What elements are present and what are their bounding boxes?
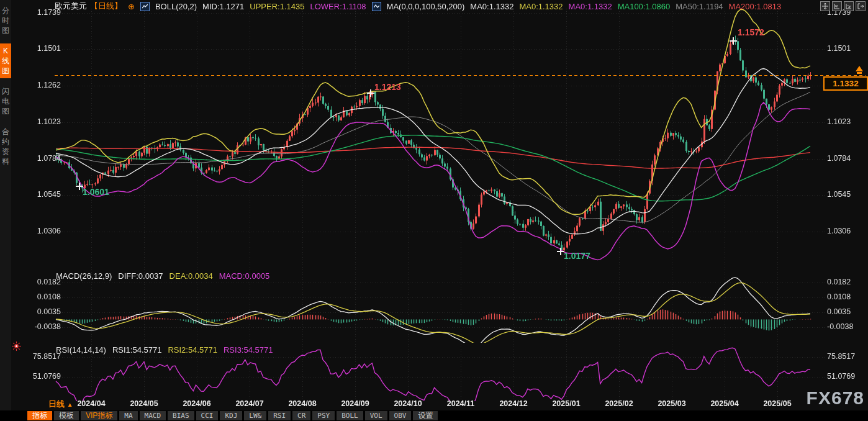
x-axis-label: 2024/09 [341, 399, 369, 408]
ma50-value: MA50:1.1194 [676, 2, 723, 11]
x-axis-label: 2025/01 [552, 399, 580, 408]
price-axis-label: 1.1262 [12, 81, 61, 89]
macd-axis-label: 0.0182 [12, 278, 61, 286]
ma-indicator-icon[interactable] [372, 2, 381, 11]
macd-axis-label: 0.0035 [12, 307, 61, 316]
boll-lower-value: LOWER:1.1108 [310, 2, 366, 11]
toolbar-button-macd[interactable]: MACD [140, 411, 166, 420]
price-axis-label: 1.1023 [827, 117, 851, 126]
low-price-annotation: 1.0601 [83, 187, 109, 197]
rsi-label-row: RSI(14,14,14) RSI1:54.5771 RSI2:54.5771 … [56, 345, 273, 355]
current-price-box: 1.1332 [823, 76, 868, 91]
x-axis-label: 2024/05 [130, 399, 158, 408]
period-selector[interactable]: 日线 ▲ [48, 399, 73, 410]
toolbar-button-boll[interactable]: BOLL [337, 411, 363, 420]
rsi1-value: RSI1:54.5771 [112, 345, 162, 355]
macd-axis-label: -0.0038 [12, 322, 61, 331]
high-price-annotation: 1.1572 [738, 27, 764, 37]
price-marker-icon [856, 66, 863, 71]
toolbar-button-bias[interactable]: BIAS [168, 411, 194, 420]
toolbar-button-psy[interactable]: PSY [312, 411, 335, 420]
price-axis-label: 1.0545 [827, 190, 851, 199]
sidebar-tab-kline[interactable]: K线图 [0, 43, 11, 78]
macd-axis-label: 0.0108 [12, 292, 61, 301]
watermark: FX678 [807, 387, 864, 409]
macd-params-label: MACD(26,12,9) [56, 271, 112, 281]
x-axis-label: 2024/10 [394, 399, 422, 408]
symbol-name: 欧元美元 [55, 1, 87, 12]
macd-axis-label: 0.0182 [827, 278, 851, 286]
x-axis-label: 2024/07 [235, 399, 263, 408]
price-axis-label: 1.1501 [12, 44, 61, 53]
x-axis-label: 2024/12 [499, 399, 527, 408]
rsi-axis-label: 51.0769 [12, 372, 61, 381]
crosshair-pan-icon[interactable] [820, 1, 830, 11]
price-axis-label: 1.0784 [12, 154, 61, 163]
toolbar-button-templates[interactable]: 模板 [54, 411, 79, 420]
macd-value: MACD:0.0005 [219, 271, 270, 281]
x-axis-label: 2024/06 [183, 399, 210, 408]
live-indicator-icon [12, 342, 21, 353]
rsi-axis-label: 75.8517 [12, 352, 61, 361]
toolbar-button-rsi[interactable]: RSI [268, 411, 291, 420]
window-tool-icons [820, 1, 866, 11]
price-axis-label: 1.0784 [827, 154, 851, 163]
ma100-value: MA100:1.0860 [618, 2, 671, 11]
zoom-out-chart-icon[interactable] [832, 1, 842, 11]
bottom-toolbar: 指标 模板 VIP指标 MA MACD BIAS CCI KDJ LW& RSI… [0, 410, 868, 421]
x-axis-label: 2025/04 [710, 399, 738, 408]
toolbar-button-settings[interactable]: 设置 [413, 411, 438, 420]
toolbar-button-indicators[interactable]: 指标 [27, 411, 52, 420]
price-axis-label: 1.1739 [12, 8, 61, 17]
price-axis-label: 1.0545 [12, 190, 61, 199]
rsi2-value: RSI2:54.5771 [168, 345, 217, 355]
toolbar-button-ma[interactable]: MA [119, 411, 137, 420]
x-axis-label: 2025/03 [658, 399, 685, 408]
boll-indicator-icon[interactable] [140, 2, 150, 11]
boll-upper-value: UPPER:1.1435 [250, 2, 304, 11]
macd-label-row: MACD(26,12,9) DIFF:0.0037 DEA:0.0034 MAC… [56, 271, 269, 281]
chart-canvas[interactable] [0, 0, 868, 421]
sidebar-tab-lightning[interactable]: 闪电图 [0, 84, 11, 119]
macd-dea-value: DEA:0.0034 [170, 271, 213, 281]
ma0-value-3: MA0:1.1332 [569, 2, 612, 11]
rsi-axis-label: 75.8517 [827, 352, 855, 361]
ma-label: MA(0,0,0,100,50,200) [387, 2, 465, 11]
left-sidebar: 分时图 K线图 闪电图 合约资料 [0, 0, 11, 411]
sidebar-tab-timeshare[interactable]: 分时图 [0, 3, 11, 38]
sidebar-tab-contract-info[interactable]: 合约资料 [0, 124, 11, 169]
toolbar-button-cci[interactable]: CCI [196, 411, 219, 420]
toolbar-button-vip-indicators[interactable]: VIP指标 [81, 411, 117, 420]
toolbar-button-kdj[interactable]: KDJ [220, 411, 242, 420]
boll-label: BOLL(20,2) [155, 2, 197, 11]
period-tag: 【日线】 [90, 1, 122, 12]
low-price-annotation: 1.0177 [564, 251, 590, 261]
x-axis-label: 2024/04 [77, 399, 105, 408]
chart-header: 欧元美元 【日线】 ⊕ BOLL(20,2) MID:1.1271 UPPER:… [55, 1, 781, 11]
rsi-params-label: RSI(14,14,14) [56, 345, 106, 355]
toolbar-button-vol[interactable]: VOL [365, 411, 387, 420]
x-axis-label: 2025/05 [763, 399, 791, 408]
toolbar-button-cr[interactable]: CR [292, 411, 310, 420]
rsi-axis-label: 51.0769 [827, 372, 855, 381]
ma200-value: MA200:1.0813 [729, 2, 782, 11]
price-axis-label: 1.1023 [12, 117, 61, 126]
high-marker-cross [367, 89, 374, 97]
price-marker-base [857, 72, 862, 74]
indicator-settings-icon[interactable]: ⊕ [128, 2, 135, 11]
x-axis-label: 2024/11 [447, 399, 475, 408]
x-axis-row: 日线 ▲ 2024/04 2024/05 2024/06 2024/07 202… [0, 399, 868, 410]
ma0-value-1: MA0:1.1332 [470, 2, 513, 11]
macd-axis-label: 0.0035 [827, 307, 851, 316]
toolbar-button-obv[interactable]: OBV [389, 411, 412, 420]
macd-diff-value: DIFF:0.0037 [118, 271, 163, 281]
rsi3-value: RSI3:54.5771 [224, 345, 273, 355]
exit-chart-icon[interactable] [856, 1, 866, 11]
macd-axis-label: -0.0038 [827, 322, 853, 331]
trading-app-window: 欧元美元 【日线】 ⊕ BOLL(20,2) MID:1.1271 UPPER:… [0, 0, 868, 421]
price-axis-label: 1.1501 [827, 44, 851, 53]
boll-mid-value: MID:1.1271 [202, 2, 244, 11]
high-marker-cross [730, 37, 737, 45]
zoom-in-chart-icon[interactable] [844, 1, 854, 11]
toolbar-button-lw[interactable]: LW& [244, 411, 266, 420]
